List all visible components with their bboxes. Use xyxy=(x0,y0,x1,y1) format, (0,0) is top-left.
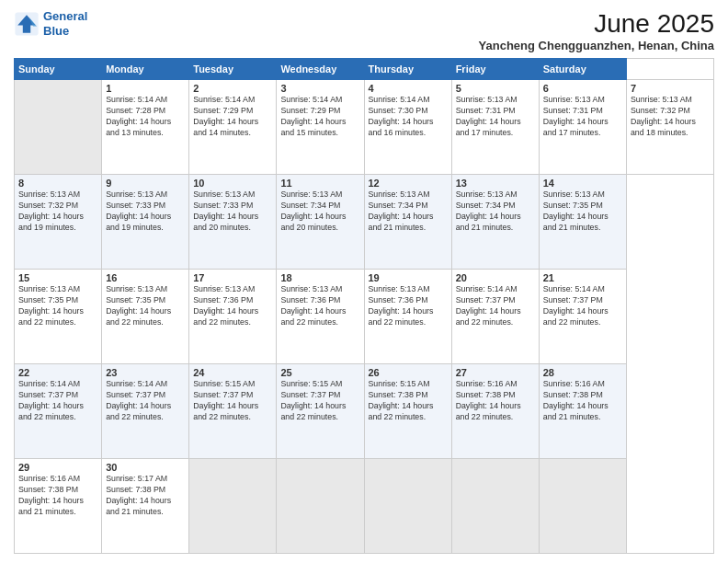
calendar-day-cell: 12Sunrise: 5:13 AMSunset: 7:34 PMDayligh… xyxy=(364,175,451,270)
day-number: 7 xyxy=(631,83,710,94)
location-subtitle: Yancheng Chengguanzhen, Henan, China xyxy=(479,39,714,52)
calendar-week-row: 22Sunrise: 5:14 AMSunset: 7:37 PMDayligh… xyxy=(15,364,714,459)
day-info: Sunrise: 5:13 AMSunset: 7:33 PMDaylight:… xyxy=(193,190,272,234)
day-number: 28 xyxy=(543,367,622,378)
day-number: 23 xyxy=(106,367,185,378)
day-number: 5 xyxy=(456,83,535,94)
calendar-empty-cell xyxy=(277,459,364,554)
day-info: Sunrise: 5:14 AMSunset: 7:37 PMDaylight:… xyxy=(106,379,185,423)
day-number: 12 xyxy=(369,178,448,189)
calendar-table: SundayMondayTuesdayWednesdayThursdayFrid… xyxy=(14,58,714,554)
calendar-day-cell: 8Sunrise: 5:13 AMSunset: 7:32 PMDaylight… xyxy=(15,175,102,270)
day-number: 27 xyxy=(456,367,535,378)
day-number: 18 xyxy=(280,272,359,283)
calendar-week-row: 29Sunrise: 5:16 AMSunset: 7:38 PMDayligh… xyxy=(15,459,714,554)
calendar-day-cell: 15Sunrise: 5:13 AMSunset: 7:35 PMDayligh… xyxy=(15,270,102,364)
calendar-day-cell: 6Sunrise: 5:13 AMSunset: 7:31 PMDaylight… xyxy=(539,80,626,175)
day-info: Sunrise: 5:13 AMSunset: 7:36 PMDaylight:… xyxy=(193,284,272,328)
day-info: Sunrise: 5:13 AMSunset: 7:34 PMDaylight:… xyxy=(280,190,359,234)
day-number: 2 xyxy=(193,83,272,94)
day-number: 30 xyxy=(106,462,185,473)
calendar-week-row: 1Sunrise: 5:14 AMSunset: 7:28 PMDaylight… xyxy=(15,80,714,175)
day-info: Sunrise: 5:15 AMSunset: 7:37 PMDaylight:… xyxy=(280,379,359,423)
calendar-day-cell: 20Sunrise: 5:14 AMSunset: 7:37 PMDayligh… xyxy=(451,270,539,364)
calendar-empty-cell xyxy=(364,459,451,554)
calendar-day-cell: 21Sunrise: 5:14 AMSunset: 7:37 PMDayligh… xyxy=(539,270,626,364)
calendar-day-cell: 16Sunrise: 5:13 AMSunset: 7:35 PMDayligh… xyxy=(102,270,189,364)
day-number: 29 xyxy=(18,462,97,473)
page: General Blue June 2025 Yancheng Chenggua… xyxy=(0,0,728,563)
calendar-empty-cell xyxy=(539,459,626,554)
calendar-day-cell: 5Sunrise: 5:13 AMSunset: 7:31 PMDaylight… xyxy=(451,80,539,175)
calendar-empty-cell xyxy=(189,459,277,554)
calendar-day-cell: 7Sunrise: 5:13 AMSunset: 7:32 PMDaylight… xyxy=(626,80,713,175)
day-number: 3 xyxy=(280,83,359,94)
calendar-header-cell: Sunday xyxy=(15,59,102,80)
header: General Blue June 2025 Yancheng Chenggua… xyxy=(14,9,714,52)
calendar-day-cell: 11Sunrise: 5:13 AMSunset: 7:34 PMDayligh… xyxy=(277,175,364,270)
calendar-day-cell: 14Sunrise: 5:13 AMSunset: 7:35 PMDayligh… xyxy=(539,175,626,270)
calendar-day-cell: 28Sunrise: 5:16 AMSunset: 7:38 PMDayligh… xyxy=(539,364,626,459)
day-number: 26 xyxy=(369,367,448,378)
day-info: Sunrise: 5:13 AMSunset: 7:34 PMDaylight:… xyxy=(369,190,448,234)
calendar-header-cell: Tuesday xyxy=(189,59,277,80)
calendar-day-cell: 23Sunrise: 5:14 AMSunset: 7:37 PMDayligh… xyxy=(102,364,189,459)
logo-icon xyxy=(14,11,40,37)
calendar-day-cell: 1Sunrise: 5:14 AMSunset: 7:28 PMDaylight… xyxy=(102,80,189,175)
calendar-day-cell: 19Sunrise: 5:13 AMSunset: 7:36 PMDayligh… xyxy=(364,270,451,364)
calendar-header-cell: Thursday xyxy=(364,59,451,80)
day-info: Sunrise: 5:16 AMSunset: 7:38 PMDaylight:… xyxy=(456,379,535,423)
logo-text: General Blue xyxy=(43,9,87,38)
calendar-empty-cell xyxy=(15,80,102,175)
calendar-day-cell: 22Sunrise: 5:14 AMSunset: 7:37 PMDayligh… xyxy=(15,364,102,459)
day-info: Sunrise: 5:14 AMSunset: 7:37 PMDaylight:… xyxy=(18,379,97,423)
calendar-empty-cell xyxy=(451,459,539,554)
calendar-day-cell: 2Sunrise: 5:14 AMSunset: 7:29 PMDaylight… xyxy=(189,80,277,175)
day-info: Sunrise: 5:16 AMSunset: 7:38 PMDaylight:… xyxy=(543,379,622,423)
day-number: 6 xyxy=(543,83,622,94)
calendar-header-cell: Wednesday xyxy=(277,59,364,80)
month-title: June 2025 xyxy=(479,9,714,39)
day-info: Sunrise: 5:15 AMSunset: 7:37 PMDaylight:… xyxy=(193,379,272,423)
day-number: 4 xyxy=(369,83,448,94)
day-number: 10 xyxy=(193,178,272,189)
day-info: Sunrise: 5:14 AMSunset: 7:37 PMDaylight:… xyxy=(543,284,622,328)
title-section: June 2025 Yancheng Chengguanzhen, Henan,… xyxy=(479,9,714,52)
day-info: Sunrise: 5:13 AMSunset: 7:32 PMDaylight:… xyxy=(18,190,97,234)
day-number: 17 xyxy=(193,272,272,283)
day-info: Sunrise: 5:13 AMSunset: 7:36 PMDaylight:… xyxy=(280,284,359,328)
day-number: 8 xyxy=(18,178,97,189)
day-number: 1 xyxy=(106,83,185,94)
day-info: Sunrise: 5:14 AMSunset: 7:30 PMDaylight:… xyxy=(369,95,448,139)
day-info: Sunrise: 5:13 AMSunset: 7:31 PMDaylight:… xyxy=(456,95,535,139)
calendar-header-row: SundayMondayTuesdayWednesdayThursdayFrid… xyxy=(15,59,714,80)
day-info: Sunrise: 5:14 AMSunset: 7:29 PMDaylight:… xyxy=(193,95,272,139)
day-info: Sunrise: 5:15 AMSunset: 7:38 PMDaylight:… xyxy=(369,379,448,423)
day-number: 24 xyxy=(193,367,272,378)
day-info: Sunrise: 5:14 AMSunset: 7:28 PMDaylight:… xyxy=(106,95,185,139)
calendar-day-cell: 4Sunrise: 5:14 AMSunset: 7:30 PMDaylight… xyxy=(364,80,451,175)
calendar-week-row: 15Sunrise: 5:13 AMSunset: 7:35 PMDayligh… xyxy=(15,270,714,364)
calendar-day-cell: 30Sunrise: 5:17 AMSunset: 7:38 PMDayligh… xyxy=(102,459,189,554)
calendar-header-cell: Monday xyxy=(102,59,189,80)
calendar-day-cell: 26Sunrise: 5:15 AMSunset: 7:38 PMDayligh… xyxy=(364,364,451,459)
calendar-header-cell: Friday xyxy=(451,59,539,80)
day-number: 9 xyxy=(106,178,185,189)
day-number: 13 xyxy=(456,178,535,189)
day-info: Sunrise: 5:13 AMSunset: 7:34 PMDaylight:… xyxy=(456,190,535,234)
day-number: 25 xyxy=(280,367,359,378)
day-number: 11 xyxy=(280,178,359,189)
calendar-day-cell: 13Sunrise: 5:13 AMSunset: 7:34 PMDayligh… xyxy=(451,175,539,270)
day-number: 15 xyxy=(18,272,97,283)
calendar-header-cell: Saturday xyxy=(539,59,626,80)
day-info: Sunrise: 5:13 AMSunset: 7:31 PMDaylight:… xyxy=(543,95,622,139)
calendar-day-cell: 9Sunrise: 5:13 AMSunset: 7:33 PMDaylight… xyxy=(102,175,189,270)
calendar-day-cell: 24Sunrise: 5:15 AMSunset: 7:37 PMDayligh… xyxy=(189,364,277,459)
calendar-day-cell: 10Sunrise: 5:13 AMSunset: 7:33 PMDayligh… xyxy=(189,175,277,270)
calendar-day-cell: 29Sunrise: 5:16 AMSunset: 7:38 PMDayligh… xyxy=(15,459,102,554)
calendar-day-cell: 18Sunrise: 5:13 AMSunset: 7:36 PMDayligh… xyxy=(277,270,364,364)
calendar-day-cell: 27Sunrise: 5:16 AMSunset: 7:38 PMDayligh… xyxy=(451,364,539,459)
logo-line2: Blue xyxy=(43,24,69,38)
day-info: Sunrise: 5:16 AMSunset: 7:38 PMDaylight:… xyxy=(18,474,97,518)
calendar-day-cell: 3Sunrise: 5:14 AMSunset: 7:29 PMDaylight… xyxy=(277,80,364,175)
